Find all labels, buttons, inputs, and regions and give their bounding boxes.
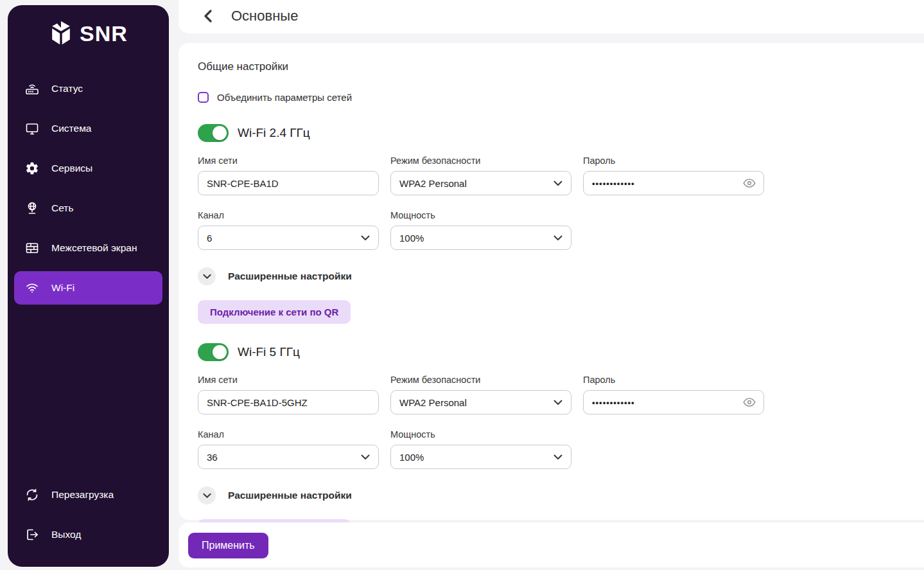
channel-field: Канал 36 xyxy=(198,429,379,469)
wifi-5ghz-toggle[interactable] xyxy=(198,343,229,361)
channel-select[interactable]: 6 xyxy=(198,226,379,250)
chevron-down-icon xyxy=(554,235,562,241)
power-select[interactable]: 100% xyxy=(390,226,571,250)
sidebar-item-services[interactable]: Сервисы xyxy=(14,152,162,185)
sidebar-item-reboot[interactable]: Перезагрузка xyxy=(14,478,162,512)
logo-text: SNR xyxy=(80,21,128,46)
wifi-icon xyxy=(24,280,40,296)
sidebar: SNR Статус Система xyxy=(8,5,169,567)
sidebar-item-wifi[interactable]: Wi-Fi xyxy=(14,271,162,305)
advanced-expand-button[interactable] xyxy=(198,486,216,504)
toggle-knob xyxy=(213,126,227,140)
eye-icon[interactable] xyxy=(742,395,756,409)
reload-icon xyxy=(24,487,40,503)
wifi-24ghz-toggle[interactable] xyxy=(198,124,229,142)
chevron-down-icon xyxy=(203,493,211,499)
channel-select[interactable]: 36 xyxy=(198,445,379,469)
security-mode-label: Режим безопасности xyxy=(390,375,571,385)
back-button[interactable] xyxy=(203,10,214,22)
section-title: Общие настройки xyxy=(198,60,923,73)
security-mode-select[interactable]: WPA2 Personal xyxy=(390,171,571,195)
channel-label: Канал xyxy=(198,210,379,220)
sidebar-item-label: Статус xyxy=(51,83,83,94)
network-name-input[interactable] xyxy=(198,390,379,414)
security-mode-label: Режим безопасности xyxy=(390,156,571,166)
sidebar-item-firewall[interactable]: Межсетевой экран xyxy=(14,231,162,265)
firewall-icon xyxy=(24,240,40,256)
sidebar-item-label: Сервисы xyxy=(51,163,92,174)
toggle-knob xyxy=(213,345,227,359)
channel-field: Канал 6 xyxy=(198,210,379,250)
globe-icon xyxy=(24,200,40,216)
channel-label: Канал xyxy=(198,429,379,440)
sidebar-item-label: Выход xyxy=(51,529,81,540)
network-name-label: Имя сети xyxy=(198,375,379,385)
wifi-24ghz-section: Wi-Fi 2.4 ГГц Имя сети Режим безопасност… xyxy=(198,124,923,324)
chevron-down-icon xyxy=(554,400,562,405)
security-mode-select[interactable]: WPA2 Personal xyxy=(390,390,571,414)
select-value: 6 xyxy=(207,233,212,244)
chevron-down-icon xyxy=(554,454,562,460)
password-field: Пароль xyxy=(583,156,764,195)
select-value: 100% xyxy=(399,233,424,244)
password-input[interactable] xyxy=(583,390,764,414)
advanced-settings-row: Расширенные настройки xyxy=(198,486,923,504)
power-field: Мощность 100% xyxy=(390,429,571,469)
sidebar-item-network[interactable]: Сеть xyxy=(14,191,162,225)
network-name-label: Имя сети xyxy=(198,156,379,166)
network-name-field: Имя сети xyxy=(198,375,379,414)
chevron-down-icon xyxy=(203,274,211,280)
power-select[interactable]: 100% xyxy=(390,445,571,469)
snr-cube-icon xyxy=(49,19,73,48)
password-label: Пароль xyxy=(583,375,764,385)
power-label: Мощность xyxy=(390,429,571,440)
advanced-settings-label: Расширенные настройки xyxy=(228,271,352,282)
chevron-down-icon xyxy=(554,181,562,186)
power-field: Мощность 100% xyxy=(390,210,571,250)
password-input[interactable] xyxy=(583,171,764,195)
power-label: Мощность xyxy=(390,210,571,220)
password-field: Пароль xyxy=(583,375,764,414)
qr-connect-button[interactable]: Подключение к сети по QR xyxy=(198,300,351,324)
select-value: WPA2 Personal xyxy=(399,178,467,189)
sidebar-item-status[interactable]: Статус xyxy=(14,72,162,105)
merge-networks-label: Объединить параметры сетей xyxy=(217,92,352,103)
monitor-icon xyxy=(24,121,40,136)
page-header: Основные xyxy=(179,0,924,33)
sidebar-item-label: Система xyxy=(51,123,91,134)
advanced-settings-label: Расширенные настройки xyxy=(228,490,352,501)
security-mode-field: Режим безопасности WPA2 Personal xyxy=(390,375,571,414)
action-bar: Применить xyxy=(179,522,924,567)
sidebar-item-label: Сеть xyxy=(51,202,73,214)
snr-logo: SNR xyxy=(8,18,169,49)
gear-icon xyxy=(24,161,40,176)
sidebar-item-system[interactable]: Система xyxy=(14,112,162,145)
merge-networks-checkbox[interactable] xyxy=(198,92,209,103)
network-name-input[interactable] xyxy=(198,171,379,195)
chevron-down-icon xyxy=(361,235,370,241)
security-mode-field: Режим безопасности WPA2 Personal xyxy=(390,156,571,195)
apply-button[interactable]: Применить xyxy=(188,533,268,558)
eye-icon[interactable] xyxy=(742,176,756,190)
merge-networks-row: Объединить параметры сетей xyxy=(198,92,923,103)
advanced-expand-button[interactable] xyxy=(198,267,216,285)
sidebar-item-label: Перезагрузка xyxy=(51,489,114,501)
settings-panel: Общие настройки Объединить параметры сет… xyxy=(179,43,924,520)
password-label: Пароль xyxy=(583,156,764,166)
sidebar-bottom-nav: Перезагрузка Выход xyxy=(8,478,169,558)
sidebar-item-label: Межсетевой экран xyxy=(51,242,137,254)
sidebar-nav: Статус Система Сервисы xyxy=(8,72,169,305)
select-value: 100% xyxy=(399,452,424,463)
sidebar-item-logout[interactable]: Выход xyxy=(14,518,162,551)
page-title: Основные xyxy=(231,8,298,24)
router-icon xyxy=(24,81,40,96)
wifi-5ghz-section: Wi-Fi 5 ГГц Имя сети Режим безопасности … xyxy=(198,343,923,543)
advanced-settings-row: Расширенные настройки xyxy=(198,267,923,285)
chevron-down-icon xyxy=(361,454,370,460)
select-value: 36 xyxy=(207,452,218,463)
network-name-field: Имя сети xyxy=(198,156,379,195)
wifi-24ghz-title: Wi-Fi 2.4 ГГц xyxy=(238,126,310,140)
logout-icon xyxy=(24,527,40,542)
sidebar-item-label: Wi-Fi xyxy=(51,282,74,294)
select-value: WPA2 Personal xyxy=(399,397,467,408)
